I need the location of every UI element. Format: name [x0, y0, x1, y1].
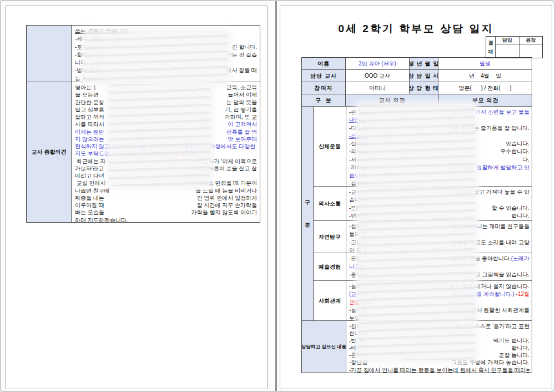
text-segment: 는 말의 뜻을 — [226, 99, 257, 106]
text-segment: 할 수 있습니다. — [492, 204, 529, 212]
header-group: 구 분 — [302, 94, 346, 106]
text-segment: 간단한 문장 — [75, 99, 104, 106]
page-right: 0세 2학기 학부모 상담 일지 결 재 담임 원장 이름 3번 유아 (서우)… — [280, 6, 552, 389]
info-row-name: 이름 3번 유아 (서우) 생 년 월 일 월생 — [302, 58, 532, 70]
text-segment: 이제는 웬만 — [75, 128, 104, 135]
text-segment: 교실 안에서 — [75, 179, 106, 187]
group-vertical-label: 구 분 — [302, 107, 314, 320]
document-viewer: 쓰는 경우가 많습니다.-세수, 양치-호기심이긴 합니다.-할아버지,가는 것… — [0, 0, 555, 392]
text-segment: 가보자'라고 — [75, 165, 104, 172]
approval-stamp-bottom: 재 — [488, 48, 493, 56]
approval-box: 결 재 담임 원장 — [486, 36, 543, 58]
text-line: 빠는 모습을가락을 빨지 않도록 이야기 — [75, 209, 257, 216]
approval-stamp-top: 결 — [488, 39, 493, 47]
text-segment: 잘하고 끼적 — [75, 113, 104, 120]
label-birthdate: 생 년 월 일 — [410, 58, 438, 69]
text-line: 나쁘면 친구에을 느낄 때 눈을 비비거나 — [75, 187, 257, 194]
text-segment: (노래가 — [511, 255, 529, 263]
text-segment: 긴 합니다. — [231, 43, 257, 51]
group-char-top: 구 — [305, 199, 310, 207]
text-segment: 이루어질 때 — [75, 202, 104, 209]
text-segment: 곧잘 놉니다. — [498, 351, 529, 359]
text-segment: 빠는 모습을 — [75, 209, 104, 216]
label-consult-type: 상 담 형 태 — [410, 82, 438, 94]
page-title: 0세 2학기 학부모 상담 일지 — [280, 22, 552, 36]
text-line: 하며 지도하겠습니다. — [75, 217, 257, 223]
text-segment: 사를 따라서 — [75, 120, 104, 128]
text-segment: 합니다. — [511, 212, 529, 220]
text-segment: 인 범위 안에서 일정하게 — [197, 194, 257, 202]
text-segment: 고 그림책을 읽습니다. — [475, 271, 529, 279]
text-segment: 가는 것 같습 — [226, 51, 257, 59]
value-consult-date: 년 4월 일 — [438, 70, 532, 82]
section-label-nature: 자연탐구 — [314, 221, 346, 253]
text-segment: 있습니다. — [506, 140, 529, 148]
text-segment: -12월 — [516, 290, 529, 298]
text-segment: 기, 컵 쌓기를 — [225, 106, 257, 113]
info-row-participant: 참여자 어머니 상 담 형 태 방문( ) / 전화( ) — [302, 82, 532, 94]
label-teacher: 담당 교사 — [302, 70, 346, 82]
text-segment: 을 느낄 때 눈을 비비거나 — [195, 187, 257, 194]
group-char-bottom: 분 — [305, 221, 310, 229]
value-name: 3번 유아 (서우) — [346, 58, 410, 69]
text-segment: 데리고 다녀 — [75, 172, 104, 179]
text-segment: 짜증을 내는 — [75, 194, 104, 202]
section-label-art: 예술경험 — [314, 253, 346, 280]
consult-wish-label: 상담하고 싶으신 내용 — [302, 321, 346, 373]
text-segment: 최근에는 자 — [75, 158, 106, 165]
value-participant: 어머니 — [346, 82, 410, 94]
info-row-teacher: 담당 교사 OOO 교사 상 담 일 시 년 4월 일 — [302, 70, 532, 82]
text-segment: 하며 지도하겠습니다. — [75, 217, 128, 223]
approval-header-homeroom: 담임 — [496, 37, 519, 44]
text-segment: 을 모든면 — [75, 91, 99, 98]
text-segment: 이 고쳐져서 — [228, 120, 257, 128]
redaction-blur — [109, 84, 210, 186]
section-label-physical: 신체운동 — [314, 107, 346, 186]
text-segment: -가끔 집에서 언니를 때리는 행동을 보이는데 원에서 혹시 친구들을 때리는… — [349, 366, 529, 373]
text-line: 짜증을 내는인 범위 안에서 일정하게 — [75, 194, 257, 202]
text-segment: 그릇도 주방에 가져다 놓습니다. — [451, 359, 529, 366]
text-line: 이루어질 때잘 시간에 자꾸 손가락을 — [75, 202, 257, 209]
text-segment: 영아는 1 — [75, 84, 96, 91]
row-label-empty — [27, 26, 72, 82]
page-separator — [275, 1, 277, 391]
text-segment: 선류를 잘 먹 — [226, 128, 257, 135]
label-name: 이름 — [302, 58, 346, 69]
section-label-communication: 의사소통 — [314, 187, 346, 220]
text-segment: 먹기도 합니다. — [493, 337, 529, 344]
text-segment: 나쁘면 친구에 — [75, 187, 110, 194]
text-segment: 맛 보여주며 — [228, 135, 257, 143]
approval-sign-cell — [496, 44, 519, 58]
approval-col-director: 원장 — [519, 37, 543, 58]
approval-col-homeroom: 담임 — [496, 37, 519, 58]
text-segment: 우수합니다. — [500, 148, 529, 155]
text-line: -장난감그릇도 주방에 가져다 놓습니다. — [349, 359, 529, 366]
label-participant: 참여자 — [302, 82, 346, 94]
text-segment: 다. — [522, 156, 529, 164]
value-consult-type: 방문( ) / 전화( ) — [438, 82, 532, 94]
text-segment: 알고 심부름 — [75, 106, 104, 113]
section-label-social: 사회관계 — [314, 281, 346, 320]
text-segment: 합니다. — [511, 344, 529, 351]
teacher-overall-opinion-label: 교사 종합의견 — [27, 82, 72, 222]
redaction-blur — [359, 104, 475, 360]
page-left: 쓰는 경우가 많습니다.-세수, 양치-호기심이긴 합니다.-할아버지,가는 것… — [6, 6, 268, 389]
text-segment: 근육, 소근육 — [226, 84, 257, 91]
text-segment: 가락을 빨지 않도록 이야기 — [191, 209, 257, 216]
label-consult-date: 상 담 일 시 — [410, 70, 438, 82]
value-birthdate: 월생 — [438, 58, 532, 69]
text-segment: 늘어서 이제 — [228, 91, 257, 98]
text-line: -가끔 집에서 언니를 때리는 행동을 보이는데 원에서 혹시 친구들을 때리는… — [349, 366, 529, 373]
value-teacher: OOO 교사 — [346, 70, 410, 82]
text-segment: 잘 시간에 자꾸 손가락을 — [197, 202, 257, 209]
text-segment: -장난감 — [349, 359, 367, 366]
approval-stamp-label: 결 재 — [486, 37, 496, 58]
text-segment: 에서 잠들 때 — [226, 67, 257, 74]
redaction-blur — [85, 32, 228, 83]
approval-sign-cell — [519, 44, 543, 58]
text-segment: 지 않으려는 — [75, 135, 104, 143]
text-segment: 가하며, 또 교 — [225, 113, 257, 120]
approval-header-director: 원장 — [519, 37, 543, 44]
